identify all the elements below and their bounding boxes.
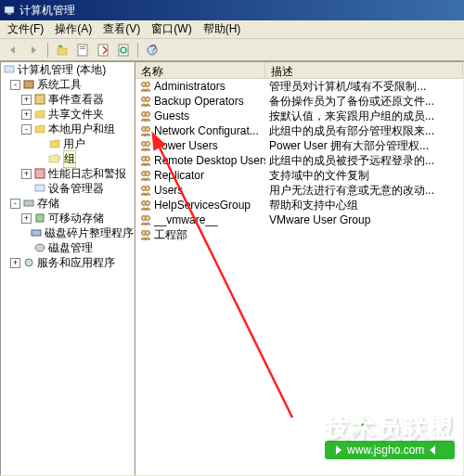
list-name: Backup Operators xyxy=(154,95,244,108)
menu-file[interactable]: 文件(F) xyxy=(2,19,49,39)
tree-shared-folders[interactable]: + 共享文件夹 xyxy=(1,107,134,122)
svg-rect-14 xyxy=(35,185,45,191)
triangle-icon xyxy=(336,445,342,455)
svg-rect-15 xyxy=(24,200,33,206)
col-desc[interactable]: 描述 xyxy=(265,62,463,78)
list-desc: 管理员对计算机/域有不受限制... xyxy=(265,79,463,95)
list-name: Replicator xyxy=(154,169,204,182)
tools-icon xyxy=(22,78,35,91)
list-name: Network Configurat... xyxy=(154,124,259,137)
group-icon xyxy=(139,80,152,93)
svg-point-19 xyxy=(25,259,32,266)
tree-local-users[interactable]: - 本地用户和组 xyxy=(1,122,134,136)
svg-point-27 xyxy=(146,127,150,132)
group-icon xyxy=(139,213,152,226)
tree-removable[interactable]: + 可移动存储 xyxy=(1,211,134,225)
expand-icon[interactable]: + xyxy=(21,169,32,179)
expand-icon[interactable]: + xyxy=(10,258,20,268)
tree-label: 服务和应用程序 xyxy=(37,255,115,271)
list-desc: 帮助和支持中心组 xyxy=(265,198,463,213)
back-icon[interactable] xyxy=(4,41,22,59)
svg-rect-13 xyxy=(35,169,45,178)
folder-icon xyxy=(48,137,61,150)
list-name: 工程部 xyxy=(154,227,187,243)
list-name: Administrators xyxy=(154,80,226,93)
tree-event-viewer[interactable]: + 事件查看器 xyxy=(1,92,134,107)
perf-icon xyxy=(33,167,46,180)
list-row[interactable]: Backup Operators备份操作员为了备份或还原文件... xyxy=(135,94,463,109)
tree-sys-tools[interactable]: - 系统工具 xyxy=(1,77,134,92)
up-icon[interactable] xyxy=(53,41,71,59)
removable-icon xyxy=(33,212,46,225)
group-icon xyxy=(139,169,152,182)
menu-action[interactable]: 操作(A) xyxy=(49,19,97,39)
tree-storage[interactable]: - 存储 xyxy=(1,196,134,211)
device-icon xyxy=(33,182,46,195)
toolbar-sep xyxy=(137,43,138,58)
list-row[interactable]: Replicator支持域中的文件复制 xyxy=(135,168,463,183)
export-icon[interactable] xyxy=(94,41,112,59)
properties-icon[interactable] xyxy=(73,41,92,59)
disk-icon xyxy=(33,241,46,254)
list-name: Remote Desktop Users xyxy=(154,154,265,167)
list-row[interactable]: Power UsersPower User 拥有大部分管理权... xyxy=(135,138,463,153)
group-icon xyxy=(139,139,152,152)
tree-groups[interactable]: 组 xyxy=(1,151,134,166)
group-icon xyxy=(139,109,152,122)
list-row[interactable]: Remote Desktop Users此组中的成员被授予远程登录的... xyxy=(135,153,463,168)
svg-rect-3 xyxy=(80,46,85,47)
collapse-icon[interactable]: - xyxy=(10,199,20,209)
svg-rect-12 xyxy=(35,95,45,104)
watermark-url: www.jsgho.com xyxy=(347,444,424,457)
menu-view[interactable]: 查看(V) xyxy=(97,19,146,39)
help-icon[interactable]: ? xyxy=(143,41,161,59)
tree-disk-mgmt[interactable]: 磁盘管理 xyxy=(1,240,134,255)
list-name: Users xyxy=(154,184,183,197)
folder-icon xyxy=(33,108,46,121)
list-desc: 按默认值，来宾跟用户组的成员... xyxy=(265,109,463,124)
list-desc: VMware User Group xyxy=(265,213,463,226)
tree-defrag[interactable]: 磁盘碎片整理程序 xyxy=(1,225,134,240)
list-row[interactable]: Guests按默认值，来宾跟用户组的成员... xyxy=(135,109,463,123)
list-desc: 此组中的成员被授予远程登录的... xyxy=(265,153,463,169)
storage-icon xyxy=(22,197,35,210)
list-row[interactable]: Network Configurat...此组中的成员有部分管理权限来... xyxy=(135,123,463,138)
tree-panel[interactable]: 计算机管理 (本地) - 系统工具 + 事件查看器 + 共享文件夹 - 本地用户… xyxy=(0,61,135,476)
list-row[interactable]: Users用户无法进行有意或无意的改动... xyxy=(135,183,463,198)
tree-root[interactable]: 计算机管理 (本地) xyxy=(1,62,134,77)
refresh-icon[interactable] xyxy=(114,41,133,59)
svg-point-31 xyxy=(146,157,150,161)
list-desc: 用户无法进行有意或无意的改动... xyxy=(265,183,463,199)
svg-point-39 xyxy=(146,216,150,221)
expand-icon[interactable]: + xyxy=(21,109,32,120)
svg-point-37 xyxy=(146,201,150,206)
window-title: 计算机管理 xyxy=(19,3,461,19)
menu-window[interactable]: 窗口(W) xyxy=(146,19,197,39)
tree-label: 性能日志和警报 xyxy=(48,166,126,182)
list-desc: 支持域中的文件复制 xyxy=(265,168,463,184)
computer-icon xyxy=(3,63,16,76)
tree-label: 设备管理器 xyxy=(48,181,104,197)
menu-help[interactable]: 帮助(H) xyxy=(198,19,247,39)
list-desc: Power User 拥有大部分管理权... xyxy=(265,138,463,154)
list-row[interactable]: HelpServicesGroup帮助和支持中心组 xyxy=(135,198,463,212)
expand-icon[interactable]: + xyxy=(21,213,32,224)
tree-label: 本地用户和组 xyxy=(48,122,115,137)
list-row[interactable]: 工程部 xyxy=(135,227,463,242)
group-icon xyxy=(139,154,152,167)
svg-rect-1 xyxy=(7,13,11,15)
col-name[interactable]: 名称 xyxy=(135,62,265,78)
tree-perf-logs[interactable]: + 性能日志和警报 xyxy=(1,166,134,181)
tree-dev-mgr[interactable]: 设备管理器 xyxy=(1,181,134,196)
collapse-icon[interactable]: - xyxy=(10,80,20,90)
list-desc: 备份操作员为了备份或还原文件... xyxy=(265,94,463,109)
expand-icon[interactable]: + xyxy=(21,95,32,105)
collapse-icon[interactable]: - xyxy=(21,124,32,135)
list-row[interactable]: __vmware__VMware User Group xyxy=(135,212,463,227)
list-row[interactable]: Administrators管理员对计算机/域有不受限制... xyxy=(135,79,463,94)
forward-icon[interactable] xyxy=(24,41,43,59)
folder-open-icon xyxy=(48,152,61,165)
svg-rect-4 xyxy=(80,48,85,49)
tree-services[interactable]: + 服务和应用程序 xyxy=(1,255,134,270)
toolbar: ? xyxy=(0,39,464,61)
